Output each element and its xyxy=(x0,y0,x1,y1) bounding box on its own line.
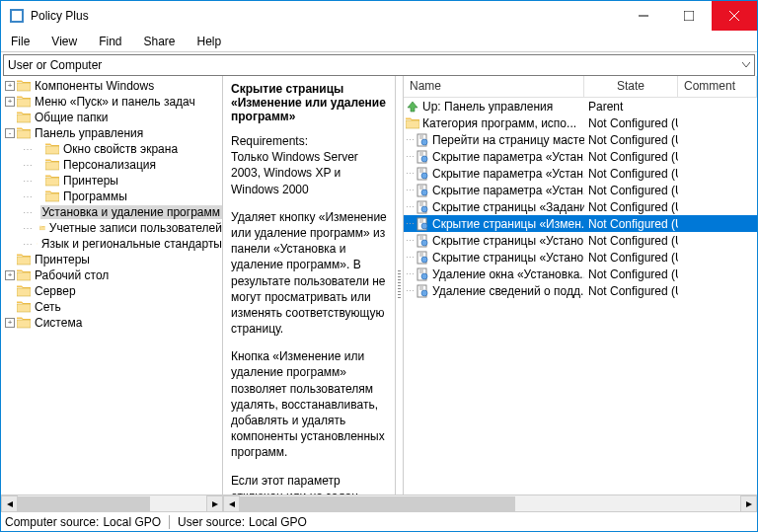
folder-icon xyxy=(17,96,31,108)
list-row[interactable]: ⋯Скрытие страницы «Задани...Not Configur… xyxy=(404,198,757,215)
expand-icon[interactable]: + xyxy=(5,81,15,91)
tree-item[interactable]: +Система xyxy=(1,315,222,331)
list-row[interactable]: ⋯Скрытие страницы «Измен...Not Configure… xyxy=(404,215,757,232)
tree-item-label: Система xyxy=(35,316,82,330)
menu-share[interactable]: Share xyxy=(141,33,177,50)
list-row-state: Not Configured (U) xyxy=(584,184,678,197)
folder-icon xyxy=(17,127,31,139)
window-title: Policy Plus xyxy=(31,9,621,23)
list-row-name: Удаление окна «Установка... xyxy=(432,267,584,281)
list-body[interactable]: Up: Панель управленияParentКатегория про… xyxy=(404,98,757,494)
folder-icon xyxy=(45,159,59,171)
close-button[interactable] xyxy=(712,1,757,31)
list-row[interactable]: ⋯Скрытие параметра «Устан...Not Configur… xyxy=(404,148,757,165)
tree-spacer xyxy=(34,176,43,186)
list-header: Name State Comment xyxy=(404,76,757,98)
list-row[interactable]: ⋯Удаление сведений о подд...Not Configur… xyxy=(404,282,757,299)
scroll-left-icon[interactable]: ◂ xyxy=(223,495,240,512)
scroll-right-icon[interactable]: ▸ xyxy=(206,495,223,512)
pane-resizer[interactable] xyxy=(396,76,404,494)
scope-dropdown[interactable]: User or Computer xyxy=(3,54,755,76)
tree-spacer xyxy=(5,113,15,122)
policy-icon xyxy=(416,217,429,231)
expand-icon[interactable]: + xyxy=(5,318,15,328)
folder-icon xyxy=(45,175,59,187)
col-comment[interactable]: Comment xyxy=(678,76,757,97)
tree-item-label: Рабочий стол xyxy=(35,268,109,282)
list-row[interactable]: ⋯Перейти на страницу масте...Not Configu… xyxy=(404,131,757,148)
tree-item-label: Персонализация xyxy=(63,158,156,172)
list-row[interactable]: ⋯Удаление окна «Установка...Not Configur… xyxy=(404,266,757,282)
status-user-value: Local GPO xyxy=(249,515,307,529)
tree-item[interactable]: Принтеры xyxy=(1,252,222,267)
list-row[interactable]: ⋯Скрытие параметра «Устан...Not Configur… xyxy=(404,182,757,198)
folder-icon xyxy=(406,116,419,130)
list-row-name: Удаление сведений о подд... xyxy=(432,284,584,298)
folder-icon xyxy=(37,238,38,250)
list-row[interactable]: Категория программ, испо...Not Configure… xyxy=(404,114,757,131)
up-icon xyxy=(406,100,419,114)
list-row-state: Not Configured (U) xyxy=(584,167,678,181)
menu-file[interactable]: File xyxy=(9,33,32,50)
tree-item-label: Учетные записи пользователей xyxy=(49,221,222,235)
tree-spacer xyxy=(34,160,43,170)
scroll-left-icon[interactable]: ◂ xyxy=(1,495,18,512)
tree-item-label: Сервер xyxy=(35,284,76,298)
menu-find[interactable]: Find xyxy=(97,33,123,50)
tree-item[interactable]: ⋯Учетные записи пользователей xyxy=(1,220,222,236)
list-row[interactable]: ⋯Скрытие страницы «Устано...Not Configur… xyxy=(404,249,757,266)
tree-item-label: Принтеры xyxy=(63,174,118,188)
tree-pane[interactable]: +Компоненты Windows+Меню «Пуск» и панель… xyxy=(1,76,223,494)
status-comp-label: Computer source: xyxy=(5,515,99,529)
list-row-state: Not Configured (U) xyxy=(584,267,678,281)
list-row-name: Скрытие параметра «Устан... xyxy=(432,167,584,181)
tree-item[interactable]: ⋯Персонализация xyxy=(1,157,222,173)
list-row[interactable]: ⋯Скрытие параметра «Устан...Not Configur… xyxy=(404,165,757,182)
tree-item[interactable]: +Меню «Пуск» и панель задач xyxy=(1,94,222,110)
tree-item-label: Панель управления xyxy=(35,126,143,140)
menu-help[interactable]: Help xyxy=(195,33,224,50)
tree-item[interactable]: ⋯Язык и региональные стандарты xyxy=(1,236,222,252)
list-row-name: Категория программ, испо... xyxy=(422,116,576,130)
expand-icon[interactable]: + xyxy=(5,97,15,107)
tree-item[interactable]: ⋯Программы xyxy=(1,189,222,204)
list-pane: Name State Comment Up: Панель управления… xyxy=(404,76,757,494)
tree-hscroll[interactable]: ◂ ▸ xyxy=(1,494,223,511)
tree-spacer xyxy=(5,286,15,296)
tree-item[interactable]: ⋯Окно свойств экрана xyxy=(1,141,222,157)
list-row-name: Скрытие страницы «Устано... xyxy=(432,234,584,248)
policy-icon xyxy=(416,284,429,298)
tree-item[interactable]: ⋯Принтеры xyxy=(1,173,222,189)
maximize-button[interactable] xyxy=(666,1,712,31)
list-row[interactable]: Up: Панель управленияParent xyxy=(404,98,757,114)
folder-icon xyxy=(17,269,31,281)
chevron-down-icon xyxy=(742,62,750,68)
tree-item[interactable]: ⋯Установка и удаление программ xyxy=(1,204,222,220)
scroll-right-icon[interactable]: ▸ xyxy=(740,495,757,512)
list-row-state: Not Configured (U) xyxy=(584,200,678,214)
content-area: +Компоненты Windows+Меню «Пуск» и панель… xyxy=(1,76,757,494)
app-icon xyxy=(9,8,25,24)
folder-icon xyxy=(17,80,31,92)
list-hscroll[interactable]: ◂ ▸ xyxy=(223,494,757,511)
tree-item[interactable]: Общие папки xyxy=(1,110,222,125)
tree-item[interactable]: Сеть xyxy=(1,299,222,315)
col-state[interactable]: State xyxy=(584,76,678,97)
list-row-state: Not Configured (U) xyxy=(584,116,678,130)
tree-item[interactable]: +Рабочий стол xyxy=(1,267,222,283)
policy-icon xyxy=(416,267,429,281)
menu-view[interactable]: View xyxy=(49,33,79,50)
minimize-button[interactable] xyxy=(621,1,666,31)
collapse-icon[interactable]: - xyxy=(5,128,15,138)
list-row-state: Not Configured (U) xyxy=(584,284,678,298)
expand-icon[interactable]: + xyxy=(5,270,15,280)
tree-item[interactable]: -Панель управления xyxy=(1,125,222,141)
col-name[interactable]: Name xyxy=(404,76,584,97)
list-row-state: Not Configured (U) xyxy=(584,234,678,248)
list-row[interactable]: ⋯Скрытие страницы «Устано...Not Configur… xyxy=(404,232,757,249)
tree-item[interactable]: Сервер xyxy=(1,283,222,299)
tree-item-label: Язык и региональные стандарты xyxy=(41,237,222,251)
window: Policy Plus File View Find Share Help Us… xyxy=(0,0,758,532)
tree-item[interactable]: +Компоненты Windows xyxy=(1,78,222,94)
list-row-state: Not Configured (U) xyxy=(584,217,678,231)
